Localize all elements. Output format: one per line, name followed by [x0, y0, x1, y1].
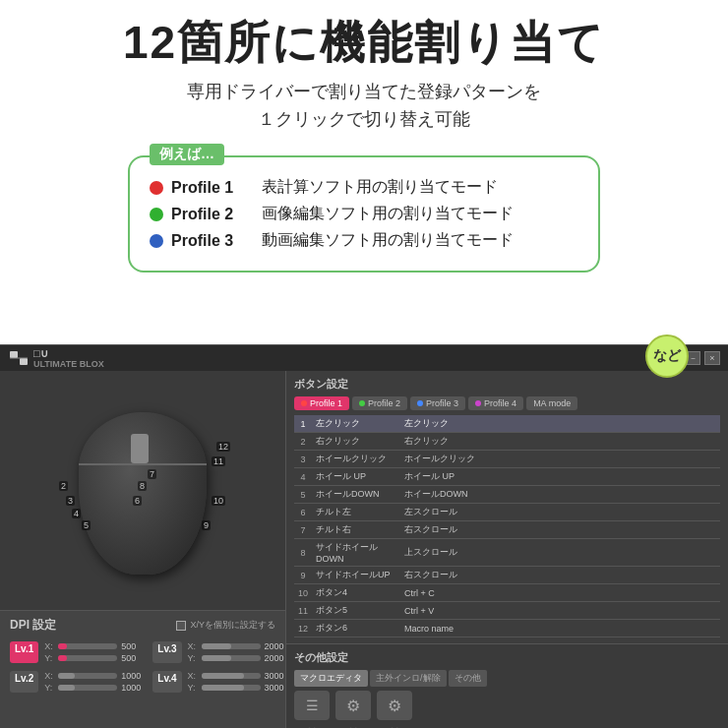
- dpi-lv3-xfill: [202, 643, 231, 649]
- macro-list-button[interactable]: ☰: [294, 691, 330, 720]
- software-window: □∪ ULTIMATE BLOX － × 11 12 10 9: [0, 344, 728, 728]
- profile-tab-ma[interactable]: MA mode: [526, 396, 577, 410]
- dpi-lv2-xy: X: 1000 Y: 1000: [44, 671, 149, 693]
- dpi-lv3-xy: X: 2000 Y: 2000: [188, 641, 292, 663]
- dpi-lv1-row: Lv.1 X: 500 Y:: [10, 641, 149, 663]
- settings-gear-button[interactable]: ⚙: [335, 691, 371, 720]
- dpi-lv4-xy: X: 3000 Y: 3000: [188, 671, 292, 693]
- num-8: 8: [138, 481, 147, 491]
- dpi-panel: DPI 設定 X/Yを個別に設定する Lv.1 X:: [0, 610, 285, 728]
- num-2: 2: [59, 481, 68, 491]
- dpi-lv2-row: Lv.2 X: 1000 Y:: [10, 671, 149, 693]
- logo-icon: [8, 349, 30, 367]
- ptab-dot-1: [301, 400, 307, 406]
- extra-down-arrow: ∨: [390, 723, 399, 728]
- mouse-image: 11 12 10 9 2 3 4 5 8 6 7: [44, 402, 241, 579]
- table-row[interactable]: 6チルト左左スクロール: [294, 504, 720, 521]
- other-title: その他設定: [294, 650, 720, 665]
- other-tab-row: マクロエディタ 主外インロ/解除 その他: [294, 670, 720, 687]
- table-row[interactable]: 4ホイール UPホイール UP: [294, 468, 720, 486]
- profile-2-desc: 画像編集ソフト用の割り当てモード: [262, 204, 514, 224]
- table-row[interactable]: 12ボタン6Macro name: [294, 620, 720, 637]
- dpi-lv1-yval: 500: [121, 653, 149, 663]
- num-5: 5: [82, 520, 91, 530]
- btn-settings-title: ボタン設定: [294, 377, 720, 392]
- table-row[interactable]: 11ボタン5Ctrl + V: [294, 602, 720, 620]
- dpi-lv2-x: X: 1000: [44, 671, 149, 681]
- dpi-check-row: X/Yを個別に設定する: [176, 619, 275, 632]
- profile-1-item: Profile 1 表計算ソフト用の割り当てモード: [150, 177, 575, 198]
- svg-rect-0: [10, 351, 18, 358]
- dpi-lv4-row: Lv.4 X: 3000 Y:: [152, 671, 291, 693]
- dpi-lv3-xbar: [202, 643, 261, 649]
- extra-gear-button[interactable]: ⚙: [377, 691, 412, 720]
- table-row[interactable]: 9サイドホイールUP右スクロール: [294, 567, 720, 584]
- other-tab-other[interactable]: その他: [449, 670, 487, 687]
- profile-tab-3[interactable]: Profile 3: [410, 396, 465, 410]
- other-buttons: ☰ ∨ ⚙ ∨ ⚙ ∨: [294, 691, 720, 728]
- table-row[interactable]: 1左クリック左クリック: [294, 415, 720, 433]
- dpi-lv3-label[interactable]: Lv.3: [152, 641, 181, 663]
- num-7: 7: [148, 469, 156, 479]
- dpi-lv1-label[interactable]: Lv.1: [10, 641, 38, 663]
- dpi-lv2-yfill: [58, 685, 75, 691]
- dpi-lv2-label[interactable]: Lv.2: [10, 671, 38, 693]
- num-6: 6: [133, 496, 142, 506]
- dpi-lv4-x: X: 3000: [188, 671, 292, 681]
- dpi-lv2-yval: 1000: [121, 683, 149, 693]
- profile-tab-2[interactable]: Profile 2: [352, 396, 407, 410]
- dpi-lv1-xbar: [58, 643, 117, 649]
- dpi-lv3-yval: 2000: [265, 653, 292, 663]
- profile-tab-4[interactable]: Profile 4: [468, 396, 523, 410]
- nado-badge: など: [645, 334, 689, 378]
- top-section: 12箇所に機能割り当て 専用ドライバーで割り当てた登録パターンを １クリックで切…: [0, 0, 728, 144]
- other-tab-timer[interactable]: 主外インロ/解除: [370, 670, 447, 687]
- dpi-lv4-yval: 3000: [265, 683, 292, 693]
- sw-left-panel: 11 12 10 9 2 3 4 5 8 6 7 DPI 設定: [0, 371, 285, 728]
- button-table: 1左クリック左クリック2右クリック右クリック3ホイールクリックホイールクリック4…: [294, 415, 720, 637]
- profile-1-desc: 表計算ソフト用の割り当てモード: [262, 177, 498, 198]
- dpi-title: DPI 設定: [10, 617, 56, 634]
- button-settings-panel: ボタン設定 Profile 1 Profile 2 Profile 3: [286, 371, 728, 643]
- bubble-tag: 例えば…: [150, 144, 224, 165]
- dpi-lv3-y: Y: 2000: [188, 653, 292, 663]
- dpi-lv4-yfill: [202, 685, 244, 691]
- dpi-lv2-y: Y: 1000: [44, 683, 149, 693]
- table-row[interactable]: 3ホイールクリックホイールクリック: [294, 451, 720, 468]
- num-12: 12: [216, 442, 230, 452]
- table-row[interactable]: 7チルト右右スクロール: [294, 521, 720, 539]
- window-buttons: － ×: [685, 351, 720, 365]
- dpi-lv1-ybar: [58, 655, 117, 661]
- dpi-lv4-y: Y: 3000: [188, 683, 292, 693]
- profile-2-name: Profile 2: [171, 206, 250, 223]
- table-row[interactable]: 5ホイールDOWNホイールDOWN: [294, 486, 720, 504]
- sub-title: 専用ドライバーで割り当てた登録パターンを １クリックで切り替え可能: [20, 78, 708, 135]
- profile-3-dot: [150, 234, 163, 248]
- close-button[interactable]: ×: [704, 351, 720, 365]
- main-title: 12箇所に機能割り当て: [20, 18, 708, 68]
- table-row[interactable]: 8サイドホイールDOWN上スクロール: [294, 539, 720, 567]
- dpi-checkbox[interactable]: [176, 621, 186, 631]
- profile-1-dot: [150, 181, 163, 195]
- dpi-lv3-x: X: 2000: [188, 641, 292, 651]
- mouse-divider: [79, 463, 207, 465]
- profile-2-item: Profile 2 画像編集ソフト用の割り当てモード: [150, 204, 575, 224]
- settings-btn-group: ⚙ ∨: [335, 691, 371, 728]
- dpi-lv4-label[interactable]: Lv.4: [152, 671, 181, 693]
- profile-3-name: Profile 3: [171, 232, 250, 250]
- other-tab-macro[interactable]: マクロエディタ: [294, 670, 368, 687]
- dpi-lv3-row: Lv.3 X: 2000 Y:: [152, 641, 291, 663]
- table-row[interactable]: 10ボタン4Ctrl + C: [294, 584, 720, 602]
- dpi-lv4-ybar: [202, 685, 261, 691]
- sw-content: 11 12 10 9 2 3 4 5 8 6 7 DPI 設定: [0, 371, 728, 728]
- logo-text: ULTIMATE BLOX: [33, 360, 104, 369]
- scroll-wheel: [131, 434, 149, 463]
- dpi-lv1-yfill: [58, 655, 67, 661]
- table-row[interactable]: 2右クリック右クリック: [294, 433, 720, 451]
- ptab-dot-3: [417, 400, 423, 406]
- extra-btn-group: ⚙ ∨: [377, 691, 412, 728]
- dpi-check-label: X/Yを個別に設定する: [190, 619, 275, 632]
- dpi-lv4-xval: 3000: [265, 671, 292, 681]
- profile-tab-1[interactable]: Profile 1: [294, 396, 349, 410]
- mouse-area: 11 12 10 9 2 3 4 5 8 6 7: [0, 371, 285, 610]
